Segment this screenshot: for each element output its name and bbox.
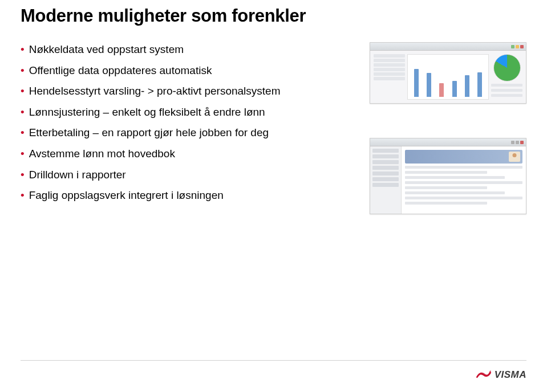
content-row: • Nøkkeldata ved oppstart system • Offen… — [21, 42, 526, 214]
bullet-text: Nøkkeldata ved oppstart system — [29, 42, 340, 58]
bar-chart-icon — [407, 54, 489, 100]
minimize-icon — [511, 45, 514, 48]
close-icon — [520, 45, 524, 48]
content-line — [405, 181, 522, 184]
sidebar-item — [372, 154, 399, 158]
chart-bar — [414, 69, 419, 97]
portal-main — [402, 146, 526, 214]
minimize-icon — [511, 141, 514, 144]
portal-banner — [405, 150, 522, 164]
content-line — [405, 166, 522, 169]
bullet-item: • Drilldown i rapporter — [21, 168, 340, 183]
sidebar-item — [372, 183, 399, 187]
bullet-icon: • — [21, 125, 25, 141]
bullet-text: Offentlige data oppdateres automatisk — [29, 63, 340, 79]
bullet-item: • Hendelsesstyrt varsling- > pro-aktivt … — [21, 84, 340, 99]
brand-logo: VISMA — [476, 369, 526, 381]
content-line — [405, 197, 522, 199]
legend-row — [374, 72, 405, 76]
image-column — [351, 42, 526, 214]
legend-row — [374, 68, 405, 71]
bullet-icon: • — [21, 42, 25, 58]
legend-row — [491, 94, 522, 97]
legend-row — [491, 84, 522, 87]
bullet-item: • Etterbetaling – en rapport gjør hele j… — [21, 125, 340, 141]
sidebar-item — [372, 177, 399, 181]
bullet-item: • Lønnsjustering – enkelt og fleksibelt … — [21, 105, 340, 120]
legend-row — [374, 77, 405, 80]
bullet-icon: • — [21, 168, 25, 183]
window-chrome — [370, 43, 526, 51]
close-icon — [520, 141, 524, 144]
bullet-item: • Nøkkeldata ved oppstart system — [21, 42, 340, 58]
legend-row — [491, 89, 522, 92]
sidebar-item — [372, 166, 399, 170]
chart-bar — [465, 75, 469, 97]
sidebar-item — [372, 172, 399, 175]
content-line — [405, 191, 505, 194]
bullet-item: • Avstemme lønn mot hovedbok — [21, 146, 340, 162]
portal-thumbnail — [370, 138, 526, 214]
bullet-text: Drilldown i rapporter — [29, 168, 340, 183]
bullet-list: • Nøkkeldata ved oppstart system • Offen… — [21, 42, 340, 203]
content-line — [405, 176, 505, 179]
dashboard-thumbnail — [370, 42, 526, 104]
window-chrome — [370, 138, 526, 146]
brand-name: VISMA — [495, 369, 526, 381]
dashboard-body — [370, 51, 526, 103]
portal-body — [370, 146, 526, 214]
bullet-icon: • — [21, 63, 25, 79]
bullet-text: Avstemme lønn mot hovedbok — [29, 146, 340, 162]
content-line — [405, 186, 487, 189]
content-line — [405, 171, 487, 174]
dashboard-legend-right — [491, 54, 522, 100]
bullet-text: Faglig oppslagsverk integrert i løsninge… — [29, 188, 340, 203]
bullet-column: • Nøkkeldata ved oppstart system • Offen… — [21, 42, 340, 214]
maximize-icon — [516, 45, 519, 48]
page-title: Moderne muligheter som forenkler — [21, 6, 526, 26]
portal-sidebar — [370, 146, 402, 214]
avatar-icon — [509, 152, 520, 162]
content-line — [405, 202, 487, 205]
chart-bar — [477, 72, 482, 97]
bullet-text: Etterbetaling – en rapport gjør hele job… — [29, 125, 340, 141]
chart-bar — [452, 81, 457, 97]
bullet-item: • Offentlige data oppdateres automatisk — [21, 63, 340, 79]
legend-row — [374, 54, 405, 58]
bullet-text: Hendelsesstyrt varsling- > pro-aktivt pe… — [29, 84, 340, 99]
bullet-icon: • — [21, 84, 25, 99]
bullet-icon: • — [21, 146, 25, 162]
bullet-icon: • — [21, 188, 25, 203]
legend-row — [374, 63, 405, 67]
legend-row — [374, 59, 405, 62]
slide-footer: VISMA — [21, 360, 526, 381]
sidebar-item — [372, 149, 399, 153]
dashboard-legend-left — [374, 54, 405, 100]
pie-chart-icon — [493, 54, 521, 81]
slide-container: Moderne muligheter som forenkler • Nøkke… — [0, 0, 547, 392]
sidebar-item — [372, 160, 399, 164]
bullet-icon: • — [21, 105, 25, 120]
bullet-item: • Faglig oppslagsverk integrert i løsnin… — [21, 188, 340, 203]
logo-swirl-icon — [476, 370, 491, 380]
chart-bar — [427, 73, 431, 97]
maximize-icon — [516, 141, 519, 144]
bullet-text: Lønnsjustering – enkelt og fleksibelt å … — [29, 105, 340, 120]
chart-bar — [439, 83, 444, 97]
